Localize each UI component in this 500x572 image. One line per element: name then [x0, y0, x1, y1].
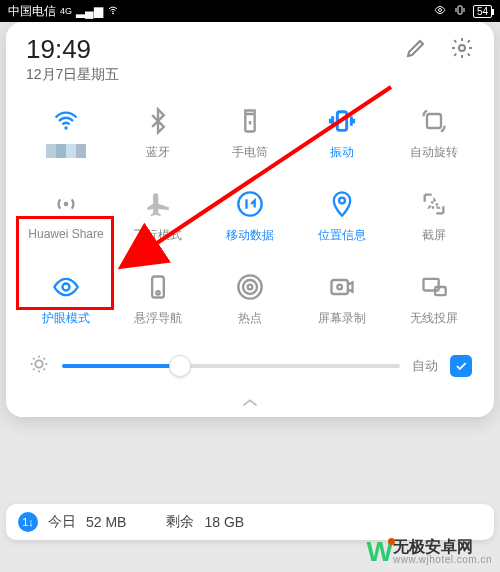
svg-point-13: [156, 291, 160, 295]
tile-bluetooth[interactable]: 蓝牙: [112, 106, 204, 161]
hotspot-icon: [235, 272, 265, 302]
battery-indicator: 54: [473, 5, 492, 18]
screenrecord-icon: [327, 272, 357, 302]
tile-label: 热点: [238, 310, 262, 327]
tile-screenrec[interactable]: 屏幕录制: [296, 272, 388, 327]
screenshot-icon: [419, 189, 449, 219]
remain-value: 18 GB: [204, 514, 244, 530]
svg-rect-2: [458, 6, 462, 14]
eye-icon: [51, 272, 81, 302]
tiles-grid: 蓝牙 手电筒 振动 自动旋转 Huawei Share: [16, 98, 484, 339]
tile-label: 护眼模式: [42, 310, 90, 327]
today-value: 52 MB: [86, 514, 126, 530]
edit-icon[interactable]: [404, 36, 428, 64]
tile-airplane[interactable]: 飞行模式: [112, 189, 204, 244]
tile-label: 振动: [330, 144, 354, 161]
tile-label: 移动数据: [226, 227, 274, 244]
mobiledata-icon: [235, 189, 265, 219]
tile-label: 自动旋转: [410, 144, 458, 161]
today-label: 今日: [48, 513, 76, 531]
tile-eyecare[interactable]: 护眼模式: [20, 272, 112, 327]
svg-point-10: [339, 198, 345, 204]
tile-autorotate[interactable]: 自动旋转: [388, 106, 480, 161]
location-icon: [327, 189, 357, 219]
wifi-status-icon: [107, 4, 119, 19]
bluetooth-icon: [143, 106, 173, 136]
svg-point-1: [438, 8, 441, 11]
date-label[interactable]: 12月7日星期五: [26, 66, 404, 84]
watermark: W 无极安卓网 www.wjhotel.com.cn: [367, 536, 492, 568]
quick-settings-panel: 19:49 12月7日星期五 蓝牙: [6, 22, 494, 417]
svg-point-0: [112, 13, 113, 14]
tile-hotspot[interactable]: 热点: [204, 272, 296, 327]
vibrate-status-icon: [453, 4, 467, 19]
svg-point-11: [63, 284, 70, 291]
svg-point-9: [238, 192, 261, 215]
tile-label: 截屏: [422, 227, 446, 244]
auto-brightness-checkbox[interactable]: [450, 355, 472, 377]
watermark-logo: W: [367, 536, 389, 568]
flashlight-icon: [235, 106, 265, 136]
auto-brightness-label: 自动: [412, 357, 438, 375]
svg-point-3: [459, 45, 465, 51]
svg-point-14: [248, 285, 253, 290]
tile-floatnav[interactable]: 悬浮导航: [112, 272, 204, 327]
svg-rect-6: [337, 112, 346, 131]
tile-vibrate[interactable]: 振动: [296, 106, 388, 161]
tile-label: 悬浮导航: [134, 310, 182, 327]
tile-label: 屏幕录制: [318, 310, 366, 327]
tile-screenshot[interactable]: 截屏: [388, 189, 480, 244]
tile-label: 飞行模式: [134, 227, 182, 244]
svg-rect-19: [424, 279, 439, 291]
status-bar: 中国电信 4G ▂▄▆ 54: [0, 0, 500, 22]
clock[interactable]: 19:49: [26, 36, 404, 62]
svg-rect-17: [332, 280, 348, 294]
brightness-row: 自动: [16, 339, 484, 389]
airplane-icon: [143, 189, 173, 219]
watermark-url: www.wjhotel.com.cn: [393, 555, 492, 565]
carrier-label: 中国电信: [8, 3, 56, 20]
tile-huaweishare[interactable]: Huawei Share: [20, 189, 112, 244]
eye-status-icon: [433, 4, 447, 19]
tile-wifi[interactable]: [20, 106, 112, 161]
collapse-chevron-icon[interactable]: [16, 389, 484, 411]
tile-label: 手电筒: [232, 144, 268, 161]
network-badge: 4G: [60, 6, 72, 16]
tile-label: 位置信息: [318, 227, 366, 244]
svg-point-21: [35, 360, 42, 367]
tile-location[interactable]: 位置信息: [296, 189, 388, 244]
svg-point-15: [243, 280, 257, 294]
huaweishare-icon: [51, 189, 81, 219]
cast-icon: [419, 272, 449, 302]
svg-point-18: [337, 285, 342, 290]
remain-label: 剩余: [166, 513, 194, 531]
tile-flashlight[interactable]: 手电筒: [204, 106, 296, 161]
brightness-slider[interactable]: [62, 364, 400, 368]
svg-point-8: [64, 202, 69, 207]
svg-rect-7: [427, 114, 441, 128]
tile-label: Huawei Share: [28, 227, 103, 241]
vibrate-icon: [327, 106, 357, 136]
wifi-icon: [51, 106, 81, 136]
tile-label: 蓝牙: [146, 144, 170, 161]
svg-point-4: [64, 126, 68, 130]
data-usage-strip[interactable]: 1↓ 今日 52 MB 剩余 18 GB: [6, 504, 494, 540]
tile-label: 无线投屏: [410, 310, 458, 327]
wifi-ssid-redacted: [46, 144, 86, 158]
floatnav-icon: [143, 272, 173, 302]
tile-mobiledata[interactable]: 移动数据: [204, 189, 296, 244]
tile-cast[interactable]: 无线投屏: [388, 272, 480, 327]
autorotate-icon: [419, 106, 449, 136]
watermark-name: 无极安卓网: [393, 539, 492, 555]
brightness-icon: [28, 353, 50, 379]
gear-icon[interactable]: [450, 36, 474, 64]
signal-icon: ▂▄▆: [76, 4, 103, 18]
data-usage-icon: 1↓: [18, 512, 38, 532]
